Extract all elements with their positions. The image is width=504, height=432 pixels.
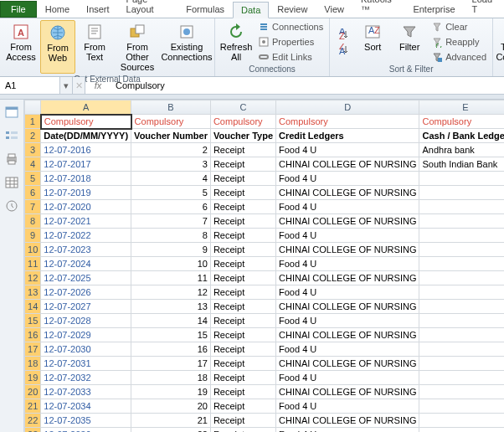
cell[interactable]: Receipt (210, 399, 275, 414)
pane-list-icon[interactable] (5, 130, 18, 141)
cell[interactable]: 10 (131, 257, 211, 271)
cell[interactable]: 12-07-2033 (41, 385, 131, 399)
cell[interactable]: 12-07-2025 (41, 271, 131, 285)
col-header-A[interactable]: A (41, 100, 131, 115)
select-all-corner[interactable] (25, 100, 41, 115)
cell[interactable]: Food 4 U (276, 428, 419, 433)
cell[interactable]: 12-07-2016 (41, 143, 131, 157)
cell[interactable]: 18 (131, 371, 211, 385)
cell[interactable]: Food 4 U (276, 143, 419, 157)
reapply-button[interactable]: Reapply (429, 35, 489, 49)
cell[interactable] (419, 172, 504, 186)
cell[interactable] (419, 300, 504, 314)
cell[interactable]: 12-07-2031 (41, 357, 131, 371)
tab-kutools-[interactable]: Kutools ™ (352, 0, 404, 18)
cell[interactable] (419, 229, 504, 243)
cell[interactable] (419, 200, 504, 214)
row-header[interactable]: 17 (25, 342, 41, 357)
cell[interactable]: 15 (131, 328, 211, 342)
cell[interactable]: Receipt (210, 385, 275, 399)
cell[interactable]: Food 4 U (276, 342, 419, 357)
cell[interactable]: 12-07-2026 (41, 285, 131, 300)
cell[interactable]: CHINAI COLLEGE OF NURSING (276, 385, 419, 399)
row-header[interactable]: 7 (25, 200, 41, 214)
cell[interactable] (419, 357, 504, 371)
cell[interactable]: CHINAI COLLEGE OF NURSING (276, 357, 419, 371)
cell[interactable]: 17 (131, 357, 211, 371)
cell[interactable]: Receipt (210, 414, 275, 428)
cell[interactable]: Compulsory (131, 115, 211, 129)
col-header-B[interactable]: B (131, 100, 211, 115)
cell[interactable]: 12-07-2018 (41, 172, 131, 186)
cell[interactable]: CHINAI COLLEGE OF NURSING (276, 300, 419, 314)
cell[interactable]: Receipt (210, 172, 275, 186)
cell[interactable]: Date(DD/MM/YYYY) (41, 129, 131, 143)
clear-button[interactable]: Clear (429, 20, 489, 33)
cell[interactable]: 12-07-2036 (41, 428, 131, 433)
tab-insert[interactable]: Insert (78, 1, 118, 18)
cell[interactable]: Food 4 U (276, 229, 419, 243)
cell[interactable] (419, 399, 504, 414)
row-header[interactable]: 4 (25, 157, 41, 172)
cell[interactable] (419, 385, 504, 399)
cell[interactable]: Receipt (210, 342, 275, 357)
cell[interactable]: Receipt (210, 243, 275, 257)
cell[interactable] (419, 257, 504, 271)
cell[interactable]: 13 (131, 300, 211, 314)
col-header-D[interactable]: D (276, 100, 419, 115)
name-box[interactable]: A1 (0, 77, 60, 94)
cell[interactable]: 12-07-2029 (41, 328, 131, 342)
cell[interactable]: Receipt (210, 357, 275, 371)
cell[interactable]: 20 (131, 399, 211, 414)
cell[interactable]: 8 (131, 229, 211, 243)
cell[interactable]: 12-07-2028 (41, 314, 131, 328)
cell[interactable]: Food 4 U (276, 314, 419, 328)
from-access-button[interactable]: AFrom Access (3, 20, 39, 74)
cell[interactable]: 12-07-2032 (41, 371, 131, 385)
tab-home[interactable]: Home (37, 1, 78, 18)
tab-data[interactable]: Data (233, 2, 269, 18)
cell[interactable]: Receipt (210, 157, 275, 172)
cell[interactable]: CHINAI COLLEGE OF NURSING (276, 157, 419, 172)
cell[interactable]: 9 (131, 243, 211, 257)
pane-history-icon[interactable] (5, 200, 18, 212)
tab-view[interactable]: View (316, 1, 352, 18)
cell[interactable]: Food 4 U (276, 172, 419, 186)
cell[interactable]: Receipt (210, 271, 275, 285)
cell[interactable]: Food 4 U (276, 371, 419, 385)
row-header[interactable]: 13 (25, 285, 41, 300)
cell[interactable]: CHINAI COLLEGE OF NURSING (276, 328, 419, 342)
sort-az-button[interactable]: AZ (335, 28, 352, 41)
row-header[interactable]: 11 (25, 257, 41, 271)
row-header[interactable]: 2 (25, 129, 41, 143)
cell[interactable]: 11 (131, 271, 211, 285)
row-header[interactable]: 18 (25, 357, 41, 371)
row-header[interactable]: 15 (25, 314, 41, 328)
cell[interactable]: Food 4 U (276, 285, 419, 300)
cell[interactable]: Compulsory (276, 115, 419, 129)
col-header-C[interactable]: C (210, 100, 275, 115)
cell[interactable] (419, 428, 504, 433)
cell[interactable]: CHINAI COLLEGE OF NURSING (276, 271, 419, 285)
existing-conn-button[interactable]: Existing Connections (162, 20, 211, 74)
cell[interactable]: Voucher Type (210, 129, 275, 143)
cell[interactable]: 12 (131, 285, 211, 300)
cell[interactable]: 5 (131, 186, 211, 200)
cell[interactable]: Food 4 U (276, 399, 419, 414)
cell[interactable]: Receipt (210, 328, 275, 342)
cell[interactable]: 16 (131, 342, 211, 357)
cell[interactable] (419, 328, 504, 342)
cell[interactable]: 12-07-2021 (41, 214, 131, 229)
cell[interactable] (419, 371, 504, 385)
cell[interactable]: 4 (131, 172, 211, 186)
cell[interactable]: CHINAI COLLEGE OF NURSING (276, 214, 419, 229)
tab-formulas[interactable]: Formulas (177, 1, 233, 18)
cell[interactable]: Andhra bank (419, 143, 504, 157)
cell[interactable]: Receipt (210, 428, 275, 433)
cell[interactable]: 12-07-2022 (41, 229, 131, 243)
cell[interactable] (419, 243, 504, 257)
row-header[interactable]: 20 (25, 385, 41, 399)
cell[interactable]: CHINAI COLLEGE OF NURSING (276, 414, 419, 428)
tab-page-layout[interactable]: Page Layout (118, 0, 178, 18)
row-header[interactable]: 14 (25, 300, 41, 314)
